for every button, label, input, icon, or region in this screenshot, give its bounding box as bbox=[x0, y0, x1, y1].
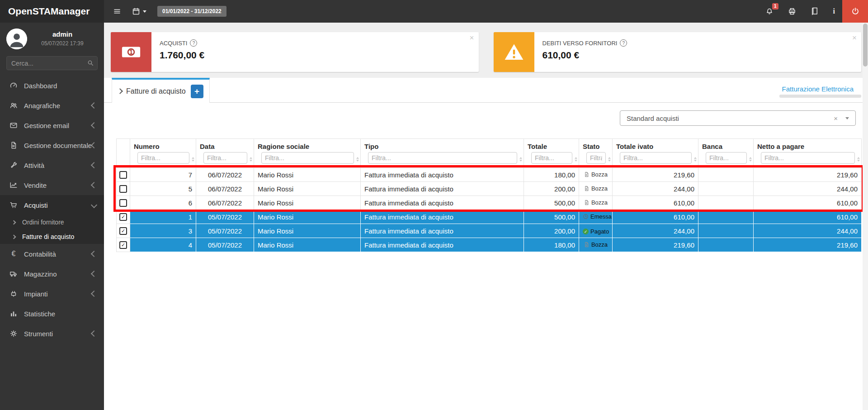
column-header-netto-a-pagare[interactable]: Netto a pagare bbox=[754, 139, 862, 151]
column-header-totale-ivato[interactable]: Totale ivato bbox=[613, 139, 698, 151]
cell-ragione-sociale: Mario Rossi bbox=[254, 196, 361, 210]
sort-arrows-icon[interactable] bbox=[575, 157, 577, 162]
sort-arrows-icon[interactable] bbox=[694, 157, 697, 162]
add-invoice-button[interactable]: + bbox=[191, 85, 203, 98]
user-panel: admin 05/07/2022 17:39 bbox=[0, 23, 104, 52]
tab-fatture-di-acquisto[interactable]: Fatture di acquisto + bbox=[112, 78, 210, 103]
sidebar-item-strumenti[interactable]: Strumenti bbox=[0, 324, 104, 343]
truck-icon bbox=[8, 270, 19, 278]
infobox-value: 1.760,00 € bbox=[160, 50, 204, 61]
column-header-numero[interactable]: Numero bbox=[130, 139, 196, 151]
infobox-acquisti: 1 ACQUISTI? 1.760,00 € × bbox=[111, 32, 479, 72]
row-checkbox[interactable]: ✓ bbox=[119, 241, 127, 249]
search-icon[interactable] bbox=[87, 59, 94, 68]
sort-arrows-icon[interactable] bbox=[519, 157, 522, 162]
cell-banca bbox=[698, 224, 754, 238]
filter-input-netto-a-pagare[interactable] bbox=[761, 152, 855, 164]
print-template-select[interactable]: Standard acquisti × bbox=[620, 110, 856, 126]
filter-input-data[interactable] bbox=[203, 152, 247, 164]
sidebar-subitem-ordini-fornitore[interactable]: Ordini fornitore bbox=[0, 215, 104, 229]
sidebar-item-gestione-documentale[interactable]: Gestione documentale bbox=[0, 135, 104, 155]
sidebar-subitem-fatture-di-acquisto[interactable]: Fatture di acquisto bbox=[0, 229, 104, 244]
filter-input-totale[interactable] bbox=[531, 152, 572, 164]
hamburger-menu-icon[interactable] bbox=[113, 7, 121, 15]
sidebar-item-statistiche[interactable]: Statistiche bbox=[0, 304, 104, 324]
date-range-badge[interactable]: 01/01/2022 - 31/12/2022 bbox=[157, 6, 226, 17]
filter-input-stato[interactable] bbox=[586, 152, 606, 164]
sort-arrows-icon[interactable] bbox=[749, 157, 752, 162]
table-row[interactable]: 506/07/2022Mario RossiFattura immediata … bbox=[117, 182, 862, 196]
status-label: Bozza bbox=[591, 199, 608, 206]
sort-arrows-icon[interactable] bbox=[192, 157, 194, 162]
row-checkbox[interactable] bbox=[119, 171, 127, 179]
filter-input-ragione-sociale[interactable] bbox=[261, 152, 354, 164]
fatturazione-elettronica-link[interactable]: Fatturazione Elettronica bbox=[782, 85, 854, 93]
sort-arrows-icon[interactable] bbox=[356, 157, 359, 162]
manual-book-icon[interactable] bbox=[803, 0, 826, 23]
infobox-label: DEBITI VERSO FORNITORI bbox=[542, 40, 618, 47]
sort-arrows-icon[interactable] bbox=[857, 157, 860, 162]
tab-title: Fatture di acquisto bbox=[126, 87, 186, 95]
table-row[interactable]: ✓305/07/2022Mario RossiFattura immediata… bbox=[117, 224, 862, 238]
filter-input-totale-ivato[interactable] bbox=[620, 152, 692, 164]
table-row[interactable]: ✓405/07/2022Mario RossiFattura immediata… bbox=[117, 238, 862, 252]
sidebar-item-magazzino[interactable]: Magazzino bbox=[0, 264, 104, 284]
filter-input-numero[interactable] bbox=[137, 152, 189, 164]
sidebar-item-label: Acquisti bbox=[24, 201, 92, 209]
sidebar-item-attivita[interactable]: Attività bbox=[0, 155, 104, 175]
close-icon[interactable]: × bbox=[470, 33, 474, 43]
column-header-banca[interactable]: Banca bbox=[698, 139, 754, 151]
cell-stato: Bozza bbox=[579, 182, 613, 196]
table-row[interactable]: 706/07/2022Mario RossiFattura immediata … bbox=[117, 168, 862, 182]
notifications-bell-icon[interactable]: 1 bbox=[758, 0, 781, 23]
row-checkbox[interactable] bbox=[119, 199, 127, 207]
cell-stato: Bozza bbox=[579, 168, 613, 182]
sidebar-item-gestione-email[interactable]: Gestione email bbox=[0, 115, 104, 135]
search-input[interactable] bbox=[6, 56, 98, 70]
infobox-value: 610,00 € bbox=[542, 50, 627, 61]
cell-banca bbox=[698, 210, 754, 224]
print-icon[interactable] bbox=[781, 0, 803, 23]
table-row[interactable]: ✓105/07/2022Mario RossiFattura immediata… bbox=[117, 210, 862, 224]
file-icon bbox=[584, 186, 590, 191]
sidebar-item-anagrafiche[interactable]: Anagrafiche bbox=[0, 95, 104, 115]
row-checkbox[interactable]: ✓ bbox=[119, 213, 127, 221]
sidebar-item-vendite[interactable]: Vendite bbox=[0, 175, 104, 195]
top-navbar: OpenSTAManager 01/01/2022 - 31/12/2022 1… bbox=[0, 0, 868, 23]
column-header-tipo[interactable]: Tipo bbox=[361, 139, 524, 151]
cell-totale: 200,00 bbox=[524, 182, 579, 196]
sidebar-item-label: Gestione email bbox=[24, 122, 92, 129]
sort-arrows-icon[interactable] bbox=[250, 157, 252, 162]
sidebar-item-acquisti[interactable]: Acquisti bbox=[0, 195, 104, 215]
scrollbar-thumb[interactable] bbox=[863, 24, 868, 67]
tab-panel: Fatture di acquisto + Fatturazione Elett… bbox=[104, 78, 868, 410]
filter-input-banca[interactable] bbox=[706, 152, 747, 164]
filter-cell-data bbox=[196, 151, 254, 168]
column-header-data[interactable]: Data bbox=[196, 139, 254, 151]
logout-power-button[interactable] bbox=[842, 0, 868, 23]
clear-selection-icon[interactable]: × bbox=[834, 114, 845, 122]
row-checkbox[interactable]: ✓ bbox=[119, 227, 127, 235]
calendar-icon[interactable] bbox=[132, 7, 146, 15]
sidebar-item-impianti[interactable]: Impianti bbox=[0, 284, 104, 304]
column-header-stato[interactable]: Stato bbox=[579, 139, 613, 151]
row-checkbox[interactable] bbox=[119, 185, 127, 193]
column-header-ragione-sociale[interactable]: Ragione sociale bbox=[254, 139, 361, 151]
sidebar-item-contabilita[interactable]: €Contabilità bbox=[0, 244, 104, 264]
sidebar-item-label: Magazzino bbox=[24, 270, 92, 278]
help-icon[interactable]: ? bbox=[620, 39, 627, 47]
cell-totale-ivato: 244,00 bbox=[613, 182, 698, 196]
app-logo[interactable]: OpenSTAManager bbox=[0, 0, 104, 23]
table-row[interactable]: 606/07/2022Mario RossiFattura immediata … bbox=[117, 196, 862, 210]
close-icon[interactable]: × bbox=[852, 33, 857, 43]
column-header-totale[interactable]: Totale bbox=[524, 139, 579, 151]
filter-input-tipo[interactable] bbox=[368, 152, 517, 164]
tab-strip-scrollbar[interactable] bbox=[779, 95, 861, 98]
sidebar-item-dashboard[interactable]: Dashboard bbox=[0, 76, 104, 95]
sort-arrows-icon[interactable] bbox=[608, 157, 611, 162]
info-icon[interactable]: i bbox=[826, 0, 842, 23]
user-avatar[interactable] bbox=[6, 29, 27, 49]
help-icon[interactable]: ? bbox=[190, 39, 197, 47]
page-scrollbar[interactable] bbox=[863, 23, 868, 410]
cell-stato: Bozza bbox=[579, 238, 613, 252]
